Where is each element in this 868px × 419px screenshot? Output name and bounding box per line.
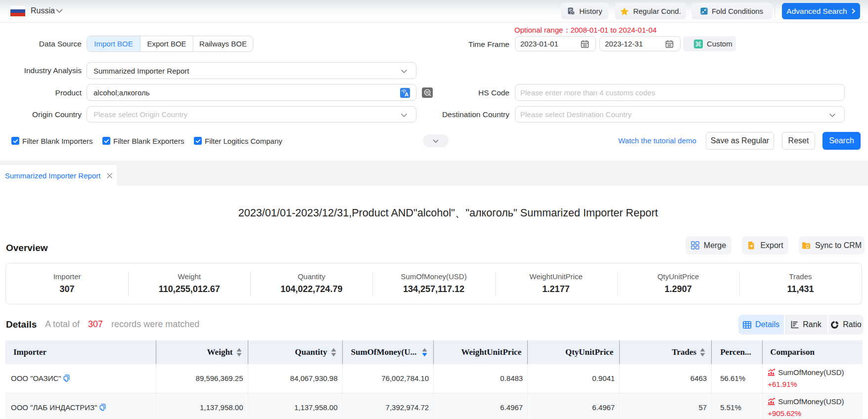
svg-text:A: A <box>405 91 409 97</box>
